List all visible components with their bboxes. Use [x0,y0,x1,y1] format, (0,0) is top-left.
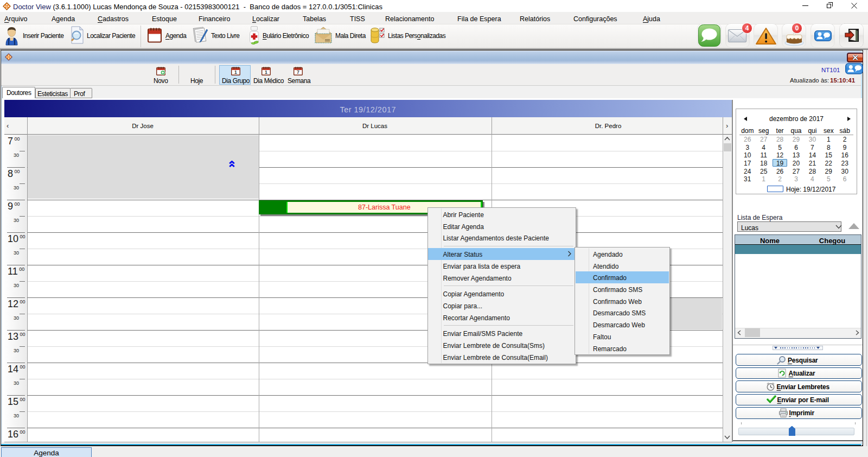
svg-text:7: 7 [297,69,299,75]
svg-text:1: 1 [234,69,237,75]
svg-text:1: 1 [265,69,267,75]
